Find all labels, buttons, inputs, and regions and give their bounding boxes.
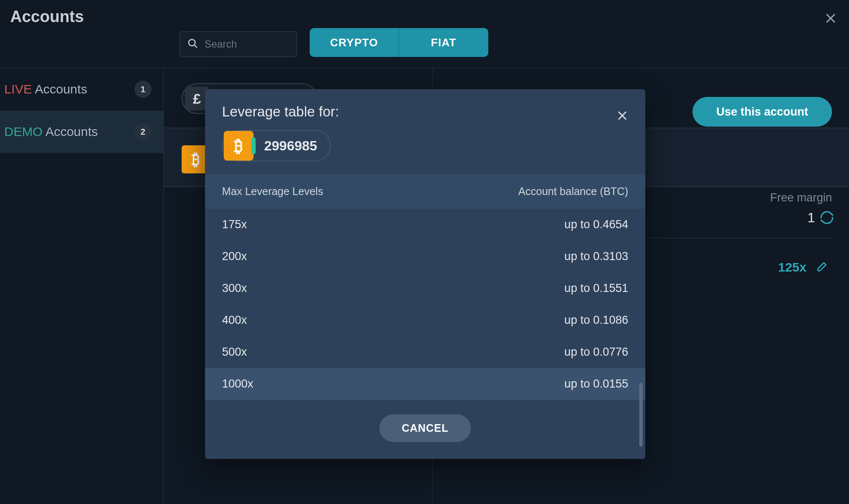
leverage-level: 200x — [222, 250, 247, 263]
search-input[interactable] — [205, 38, 290, 50]
search-field-wrap[interactable] — [179, 31, 297, 57]
page-title: Accounts — [10, 8, 84, 26]
dialog-table-header: Max Leverage Levels Account balance (BTC… — [205, 174, 645, 209]
balance-limit: up to 0.3103 — [564, 250, 628, 263]
balance-limit: up to 0.1551 — [564, 282, 628, 295]
sidebar-item-label: DEMO Accounts — [4, 125, 98, 139]
leverage-row[interactable]: 175x up to 0.4654 — [205, 209, 645, 241]
refresh-icon[interactable] — [819, 210, 835, 227]
leverage-row[interactable]: 400x up to 0.1086 — [205, 304, 645, 336]
free-margin-label: Free margin — [770, 191, 832, 204]
dialog-footer: CANCEL — [205, 400, 645, 459]
leverage-table-dialog: Leverage table for: ₿ 2996985 Max Levera… — [205, 89, 645, 459]
search-icon — [187, 37, 205, 51]
col-header-balance: Account balance (BTC) — [519, 185, 628, 198]
leverage-row[interactable]: 200x up to 0.3103 — [205, 241, 645, 272]
balance-limit: up to 0.1086 — [564, 314, 628, 327]
leverage-level: 300x — [222, 282, 247, 295]
currency-type-tabs: CRYPTO FIAT — [310, 28, 488, 57]
demo-count-badge: 2 — [134, 123, 151, 140]
cancel-button[interactable]: CANCEL — [379, 414, 470, 442]
leverage-level: 400x — [222, 314, 247, 327]
header-bar: Accounts CRYPTO FIAT — [0, 0, 849, 68]
leverage-level: 1000x — [222, 377, 254, 391]
tab-crypto[interactable]: CRYPTO — [310, 28, 399, 57]
leverage-display: 125x — [778, 260, 806, 275]
free-margin-value: 1 — [807, 210, 815, 226]
leverage-level: 175x — [222, 218, 247, 231]
leverage-row[interactable]: 500x up to 0.0776 — [205, 336, 645, 368]
live-count-badge: 1 — [134, 81, 151, 98]
dialog-header: Leverage table for: ₿ 2996985 — [205, 89, 645, 174]
balance-limit: up to 0.4654 — [564, 218, 628, 231]
leverage-row[interactable]: 1000x up to 0.0155 — [205, 368, 645, 400]
status-indicator-icon — [251, 137, 256, 154]
svg-line-3 — [194, 45, 197, 48]
sidebar-item-demo[interactable]: DEMO Accounts 2 — [0, 110, 163, 153]
dialog-rows: 175x up to 0.4654 200x up to 0.3103 300x… — [205, 209, 645, 400]
use-this-account-button[interactable]: Use this account — [692, 97, 832, 127]
edit-leverage-icon[interactable] — [816, 260, 829, 275]
balance-limit: up to 0.0776 — [564, 345, 628, 359]
account-number: 2996985 — [264, 138, 317, 154]
sidebar: LIVE Accounts 1 DEMO Accounts 2 — [0, 68, 164, 504]
tab-fiat[interactable]: FIAT — [399, 28, 488, 57]
dialog-title: Leverage table for: — [222, 104, 628, 120]
sidebar-item-live[interactable]: LIVE Accounts 1 — [0, 68, 163, 110]
close-page-button[interactable] — [824, 12, 837, 26]
leverage-level: 500x — [222, 345, 247, 359]
dialog-account-chip: ₿ 2996985 — [222, 130, 331, 161]
bitcoin-icon: ₿ — [224, 131, 254, 161]
balance-limit: up to 0.0155 — [564, 377, 628, 391]
sidebar-item-label: LIVE Accounts — [4, 82, 87, 96]
col-header-leverage: Max Leverage Levels — [222, 185, 323, 198]
leverage-row[interactable]: 300x up to 0.1551 — [205, 272, 645, 304]
dialog-scrollbar[interactable] — [639, 383, 643, 447]
dialog-close-button[interactable] — [616, 110, 628, 123]
